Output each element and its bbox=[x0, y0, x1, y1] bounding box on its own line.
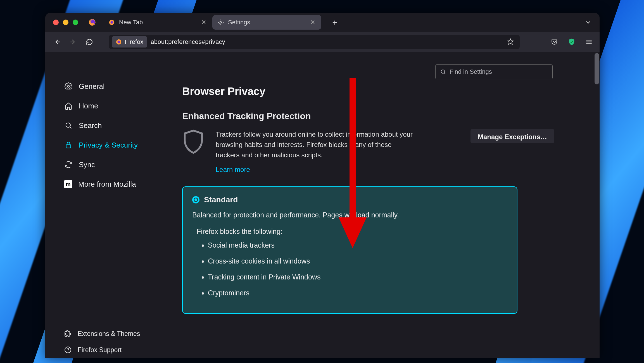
url-text: about:preferences#privacy bbox=[151, 38, 225, 46]
app-menu-button[interactable] bbox=[583, 36, 595, 48]
pocket-icon[interactable] bbox=[549, 36, 560, 48]
address-bar[interactable]: Firefox about:preferences#privacy bbox=[109, 35, 520, 49]
scrollbar-thumb[interactable] bbox=[595, 53, 599, 84]
sidebar-item-label: Search bbox=[79, 121, 102, 130]
sidebar-item-support[interactable]: Firefox Support bbox=[45, 342, 182, 358]
sidebar-item-label: More from Mozilla bbox=[78, 180, 136, 189]
tab-label: Settings bbox=[228, 19, 305, 26]
sidebar-item-label: General bbox=[79, 82, 105, 91]
close-window-button[interactable] bbox=[53, 20, 59, 25]
tab-strip: New Tab ✕ Settings ✕ ＋ bbox=[45, 13, 600, 32]
svg-point-5 bbox=[117, 41, 120, 43]
section-heading-etp: Enhanced Tracking Protection bbox=[182, 111, 554, 121]
standard-description: Balanced for protection and performance.… bbox=[192, 211, 507, 219]
svg-point-2 bbox=[110, 21, 113, 23]
lock-icon bbox=[64, 141, 73, 149]
svg-rect-8 bbox=[66, 145, 71, 148]
identity-box[interactable]: Firefox bbox=[112, 36, 147, 48]
etp-description-row: Trackers follow you around online to col… bbox=[182, 129, 554, 175]
svg-point-10 bbox=[441, 70, 445, 73]
standard-label: Standard bbox=[204, 195, 238, 204]
sidebar-item-search[interactable]: Search bbox=[45, 116, 182, 135]
blocks-heading: Firefox blocks the following: bbox=[197, 227, 507, 236]
sidebar-item-general[interactable]: General bbox=[45, 77, 182, 96]
window-controls bbox=[53, 20, 78, 25]
sidebar-item-label: Sync bbox=[79, 160, 95, 169]
sidebar-item-more-mozilla[interactable]: m More from Mozilla bbox=[45, 174, 182, 194]
sidebar-item-label: Firefox Support bbox=[78, 346, 122, 354]
puzzle-icon bbox=[64, 330, 72, 337]
back-button[interactable] bbox=[50, 35, 64, 49]
tab-new-tab[interactable]: New Tab ✕ bbox=[103, 15, 212, 30]
mozilla-icon: m bbox=[64, 180, 72, 188]
bookmark-star-icon[interactable] bbox=[504, 37, 517, 47]
sidebar-item-label: Extensions & Themes bbox=[78, 330, 140, 338]
gear-icon bbox=[217, 19, 224, 26]
help-icon bbox=[64, 346, 72, 353]
standard-radio[interactable]: Standard bbox=[192, 195, 507, 204]
standard-protection-card[interactable]: Standard Balanced for protection and per… bbox=[182, 186, 517, 314]
settings-search-input[interactable] bbox=[450, 68, 548, 75]
toolbar-right-group bbox=[549, 36, 595, 48]
close-tab-icon[interactable]: ✕ bbox=[309, 18, 316, 27]
list-item: Social media trackers bbox=[208, 241, 507, 249]
navigation-toolbar: Firefox about:preferences#privacy bbox=[45, 32, 600, 52]
settings-search-field[interactable] bbox=[435, 64, 553, 79]
list-item: Cryptominers bbox=[208, 289, 507, 297]
search-icon bbox=[440, 69, 446, 75]
home-icon bbox=[64, 102, 73, 110]
list-item: Tracking content in Private Windows bbox=[208, 273, 507, 281]
blocks-list: Social media trackers Cross-site cookies… bbox=[208, 241, 507, 297]
page-title: Browser Privacy bbox=[182, 86, 554, 98]
sidebar-item-privacy[interactable]: Privacy & Security bbox=[45, 135, 182, 155]
tab-settings[interactable]: Settings ✕ bbox=[212, 15, 321, 30]
settings-content: General Home Search Privacy & Security bbox=[45, 52, 600, 358]
etp-description-text: Trackers follow you around online to col… bbox=[216, 131, 413, 159]
sidebar-item-label: Home bbox=[79, 102, 98, 110]
svg-point-6 bbox=[68, 86, 70, 87]
tab-label: New Tab bbox=[119, 19, 196, 26]
sidebar-item-sync[interactable]: Sync bbox=[45, 155, 182, 174]
sync-icon bbox=[64, 160, 73, 169]
firefox-favicon-icon bbox=[108, 19, 115, 26]
svg-point-9 bbox=[65, 347, 71, 353]
vertical-scrollbar[interactable] bbox=[595, 53, 599, 358]
radio-selected-icon bbox=[192, 196, 199, 203]
settings-main-pane: Browser Privacy Enhanced Tracking Protec… bbox=[182, 52, 568, 358]
reload-button[interactable] bbox=[83, 35, 96, 49]
learn-more-link[interactable]: Learn more bbox=[216, 164, 250, 175]
sidebar-item-extensions[interactable]: Extensions & Themes bbox=[45, 326, 182, 342]
shield-icon bbox=[182, 129, 205, 154]
sidebar-item-home[interactable]: Home bbox=[45, 96, 182, 116]
minimize-window-button[interactable] bbox=[63, 20, 68, 25]
browser-window: New Tab ✕ Settings ✕ ＋ Firefo bbox=[45, 13, 600, 358]
maximize-window-button[interactable] bbox=[73, 20, 78, 25]
gear-icon bbox=[64, 82, 73, 91]
etp-description: Trackers follow you around online to col… bbox=[216, 129, 417, 175]
close-tab-icon[interactable]: ✕ bbox=[200, 18, 207, 27]
protection-shield-icon[interactable] bbox=[566, 36, 577, 48]
manage-exceptions-button[interactable]: Manage Exceptions… bbox=[470, 129, 554, 143]
identity-label: Firefox bbox=[125, 38, 143, 46]
svg-point-3 bbox=[220, 22, 222, 23]
sidebar-item-label: Privacy & Security bbox=[79, 141, 138, 150]
search-icon bbox=[64, 121, 73, 130]
forward-button[interactable] bbox=[66, 35, 80, 49]
settings-sidebar: General Home Search Privacy & Security bbox=[45, 52, 182, 358]
list-item: Cross-site cookies in all windows bbox=[208, 257, 507, 265]
new-tab-button[interactable]: ＋ bbox=[327, 15, 343, 30]
firefox-app-icon bbox=[88, 18, 96, 26]
svg-point-7 bbox=[66, 123, 70, 127]
tabs-overflow-button[interactable] bbox=[584, 19, 592, 26]
